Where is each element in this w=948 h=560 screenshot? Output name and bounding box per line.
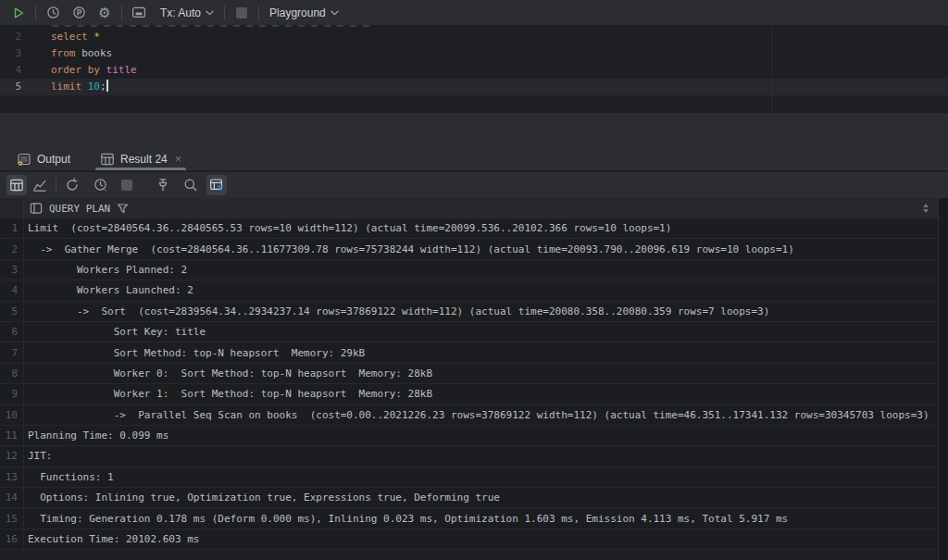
row-number: 1 — [0, 218, 24, 238]
row-number: 14 — [0, 488, 24, 507]
grid-scrollbar-track[interactable] — [938, 198, 948, 560]
sql-keyword: select — [51, 31, 94, 43]
plan-cell[interactable]: Worker 0: Sort Method: top-N heapsort Me… — [24, 364, 938, 383]
filter-funnel-icon[interactable] — [117, 203, 129, 215]
plan-row[interactable]: 4 Workers Launched: 2 — [0, 280, 938, 301]
plan-cell[interactable]: Options: Inlining true, Optimization tru… — [24, 488, 938, 507]
plan-row[interactable]: 11Planning Time: 0.099 ms — [0, 426, 938, 446]
plan-row[interactable]: 2 -> Gather Merge (cost=2840564.36..1167… — [0, 239, 938, 259]
in-editor-results-toggle[interactable] — [129, 3, 149, 23]
sql-table-name: books — [81, 47, 112, 59]
plan-cell[interactable]: Worker 1: Sort Method: top-N heapsort Me… — [24, 384, 938, 404]
editor-line[interactable]: 3 from books — [0, 45, 948, 62]
plan-cell[interactable]: JIT: — [24, 446, 938, 466]
plan-row[interactable]: 7 Sort Method: top-N heapsort Memory: 29… — [0, 342, 938, 363]
chart-icon — [32, 178, 47, 193]
column-header-query-plan[interactable]: QUERY PLAN — [24, 198, 938, 218]
plan-row[interactable]: 6 Sort Key: title — [0, 322, 938, 342]
plan-cell[interactable]: -> Parallel Seq Scan on books (cost=0.00… — [24, 405, 938, 425]
row-number: 7 — [0, 342, 24, 362]
plan-row[interactable]: 8 Worker 0: Sort Method: top-N heapsort … — [0, 364, 938, 384]
panel-background — [0, 113, 948, 147]
sql-column-name: title — [106, 64, 137, 76]
plan-cell[interactable]: Sort Method: top-N heapsort Memory: 29kB — [24, 342, 938, 362]
settings-button[interactable]: ⚙ — [94, 3, 115, 23]
plan-cell[interactable]: Functions: 1 — [24, 467, 938, 487]
pin-tab-button[interactable] — [153, 175, 173, 195]
row-number: 6 — [0, 322, 24, 342]
tx-mode-dropdown[interactable]: Tx: Auto — [156, 6, 218, 19]
plan-row[interactable]: 5 -> Sort (cost=2839564.34..2934237.14 r… — [0, 302, 938, 322]
toolbar-divider — [56, 178, 56, 193]
plan-cell[interactable]: Limit (cost=2840564.36..2840565.53 rows=… — [24, 218, 938, 238]
plan-row[interactable]: 10 -> Parallel Seq Scan on books (cost=0… — [0, 405, 938, 426]
table-view-button[interactable] — [6, 175, 27, 195]
line-number: 4 — [0, 62, 49, 79]
plan-cell[interactable]: -> Gather Merge (cost=2840564.36..116773… — [24, 239, 938, 258]
filter-columns-button[interactable] — [206, 175, 227, 195]
tab-result-24[interactable]: Result 24 × — [93, 147, 189, 170]
plan-cell[interactable]: Workers Launched: 2 — [24, 280, 938, 300]
sort-icon[interactable] — [923, 204, 929, 213]
plan-cell[interactable]: Sort Key: title — [24, 322, 938, 342]
database-ide-window: ⚙ Tx: Auto Playground — [0, 0, 948, 560]
stop-result-button[interactable] — [117, 175, 137, 195]
plan-cell[interactable]: Planning Time: 0.099 ms — [24, 426, 938, 445]
plan-row[interactable]: 12JIT: — [0, 446, 938, 467]
plan-cell[interactable]: -> Sort (cost=2839564.34..2934237.14 row… — [24, 302, 938, 321]
plan-row[interactable]: 13 Functions: 1 — [0, 467, 938, 488]
table-view-icon — [9, 178, 24, 193]
sql-star: * — [94, 31, 100, 43]
pin-icon — [156, 178, 170, 193]
play-icon — [12, 6, 25, 19]
plan-cell[interactable]: Execution Time: 20102.603 ms — [24, 529, 938, 549]
result-toolbar — [0, 172, 948, 198]
search-icon — [183, 178, 198, 193]
plan-row[interactable]: 15 Timing: Generation 0.178 ms (Deform 0… — [0, 508, 938, 529]
tx-mode-label: Tx: Auto — [160, 6, 201, 19]
text-caret — [106, 80, 108, 92]
plan-row[interactable]: 14 Options: Inlining true, Optimization … — [0, 488, 938, 508]
chart-view-button[interactable] — [30, 175, 50, 195]
history-button[interactable] — [43, 3, 63, 23]
editor-line[interactable]: 4 order by title — [0, 62, 948, 79]
plan-cell[interactable]: Timing: Generation 0.178 ms (Deform 0.00… — [24, 508, 938, 528]
row-number: 12 — [0, 446, 24, 466]
execution-timer-button[interactable] — [91, 175, 111, 195]
clock-icon — [46, 6, 60, 19]
find-button[interactable] — [181, 175, 201, 195]
row-number: 3 — [0, 260, 24, 280]
clipped-line-remnant — [52, 25, 376, 27]
stop-button[interactable] — [231, 3, 252, 23]
result-tab-bar: Output Result 24 × — [0, 147, 948, 171]
sql-number-literal: 10 — [88, 81, 100, 93]
sql-keyword: order by — [51, 64, 106, 76]
editor-line-active[interactable]: 5 limit 10; — [0, 79, 948, 95]
sql-keyword: from — [51, 47, 81, 59]
close-icon[interactable]: × — [175, 153, 182, 165]
refresh-button[interactable] — [62, 175, 82, 195]
clock-dropdown-icon — [94, 178, 109, 193]
plan-row[interactable]: 9 Worker 1: Sort Method: top-N heapsort … — [0, 384, 938, 404]
tab-output[interactable]: Output — [9, 147, 78, 170]
parameters-button[interactable] — [69, 3, 89, 23]
sql-semicolon: ; — [100, 81, 106, 93]
output-console-icon — [17, 152, 31, 167]
chevron-down-icon — [331, 10, 339, 16]
main-toolbar: ⚙ Tx: Auto Playground — [0, 0, 948, 25]
plan-row[interactable]: 3 Workers Planned: 2 — [0, 260, 938, 280]
row-number: 5 — [0, 302, 24, 321]
sql-editor[interactable]: 2 select * 3 from books 4 order by title… — [0, 25, 948, 113]
editor-line[interactable]: 2 select * — [0, 29, 948, 45]
row-number: 13 — [0, 467, 24, 487]
plan-row[interactable]: 1Limit (cost=2840564.36..2840565.53 rows… — [0, 218, 938, 239]
plan-row[interactable]: 16Execution Time: 20102.603 ms — [0, 529, 938, 550]
refresh-icon — [65, 178, 80, 193]
grid-header-row: QUERY PLAN — [0, 198, 938, 218]
playground-dropdown[interactable]: Playground — [266, 6, 343, 19]
table-filter-icon — [209, 178, 225, 193]
plan-cell[interactable]: Workers Planned: 2 — [24, 260, 938, 280]
line-number: 2 — [0, 29, 49, 45]
grid-corner-cell[interactable] — [0, 198, 24, 218]
run-button[interactable] — [8, 3, 29, 23]
